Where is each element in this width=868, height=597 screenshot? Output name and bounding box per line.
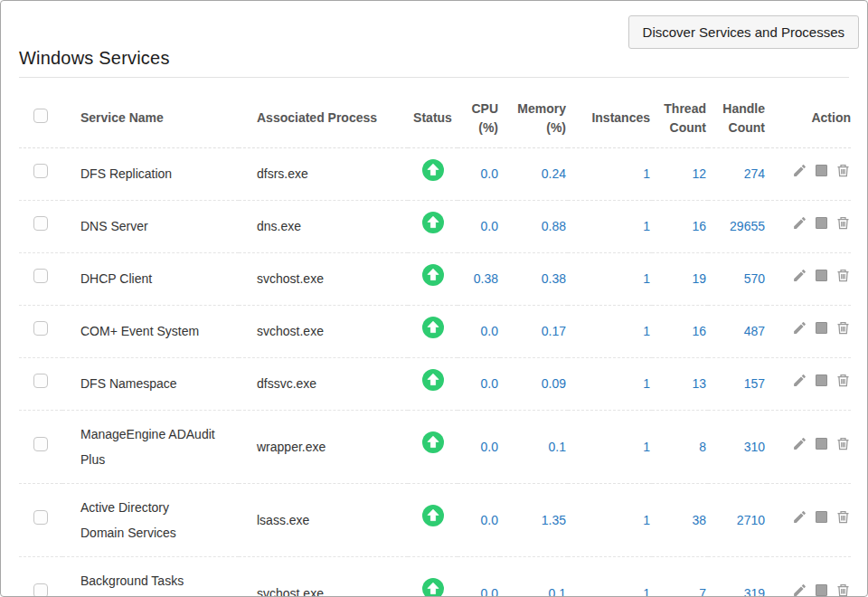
checkbox-cell (19, 200, 62, 252)
memory-value[interactable]: 0.17 (500, 305, 568, 357)
instances-value[interactable]: 1 (568, 357, 652, 410)
cpu-value[interactable]: 0.0 (458, 305, 500, 357)
thread-count-value[interactable]: 12 (652, 147, 708, 200)
status-cell (408, 556, 458, 597)
services-table: Service Name Associated Process Status C… (19, 90, 851, 597)
row-checkbox[interactable] (33, 321, 48, 336)
thread-count-value[interactable]: 19 (652, 252, 708, 305)
row-checkbox[interactable] (33, 510, 48, 525)
edit-pencil-icon[interactable] (792, 583, 807, 597)
status-up-icon (422, 369, 444, 391)
cpu-value[interactable]: 0.0 (458, 357, 500, 410)
delete-trash-icon[interactable] (835, 583, 851, 597)
delete-trash-icon[interactable] (835, 163, 851, 178)
thread-count-value[interactable]: 16 (652, 200, 708, 252)
select-all-checkbox[interactable] (33, 109, 48, 123)
handle-count-value[interactable]: 2710 (708, 483, 767, 556)
memory-value[interactable]: 0.1 (500, 556, 568, 597)
cpu-value[interactable]: 0.0 (458, 410, 500, 483)
table-row: DNS Server dns.exe 0.0 0.88 1 16 29655 (19, 200, 851, 252)
memory-value[interactable]: 0.38 (500, 252, 568, 305)
edit-pencil-icon[interactable] (792, 509, 807, 525)
row-checkbox[interactable] (33, 437, 48, 451)
delete-trash-icon[interactable] (835, 268, 851, 283)
memory-value[interactable]: 0.09 (500, 357, 568, 410)
row-checkbox[interactable] (33, 374, 48, 388)
delete-trash-icon[interactable] (835, 215, 851, 231)
thread-count-value[interactable]: 8 (652, 410, 708, 483)
memory-value[interactable]: 0.88 (500, 200, 568, 252)
stop-square-icon[interactable] (816, 217, 827, 229)
edit-pencil-icon[interactable] (792, 268, 807, 283)
handle-count-value[interactable]: 310 (708, 410, 767, 483)
row-checkbox[interactable] (33, 583, 48, 597)
edit-pencil-icon[interactable] (792, 373, 807, 388)
instances-value[interactable]: 1 (568, 147, 652, 200)
handle-count-value[interactable]: 487 (708, 305, 767, 357)
cpu-value[interactable]: 0.38 (458, 252, 500, 305)
delete-trash-icon[interactable] (835, 509, 851, 525)
status-cell (408, 305, 458, 357)
stop-square-icon[interactable] (816, 584, 827, 596)
stop-square-icon[interactable] (816, 374, 827, 386)
associated-process-cell: svchost.exe (239, 305, 408, 357)
status-up-icon (422, 317, 444, 338)
thread-count-value[interactable]: 13 (652, 357, 708, 410)
status-cell (408, 200, 458, 252)
cpu-value[interactable]: 0.0 (458, 200, 500, 252)
row-checkbox[interactable] (33, 164, 48, 178)
cpu-value[interactable]: 0.0 (458, 556, 500, 597)
checkbox-cell (19, 410, 62, 483)
status-up-icon (422, 264, 444, 286)
stop-square-icon[interactable] (816, 270, 827, 281)
handle-count-value[interactable]: 319 (708, 556, 767, 597)
checkbox-cell (19, 147, 62, 200)
handle-count-value[interactable]: 157 (708, 357, 767, 410)
cpu-value[interactable]: 0.0 (458, 147, 500, 200)
associated-process-cell: svchost.exe (239, 556, 408, 597)
stop-square-icon[interactable] (816, 322, 827, 334)
discover-services-button[interactable]: Discover Services and Processes (628, 15, 859, 49)
instances-value[interactable]: 1 (568, 305, 652, 357)
stop-square-icon[interactable] (816, 511, 827, 523)
edit-pencil-icon[interactable] (792, 163, 807, 178)
memory-value[interactable]: 0.1 (500, 410, 568, 483)
edit-pencil-icon[interactable] (792, 436, 807, 451)
service-name-cell: DHCP Client (62, 252, 239, 305)
delete-trash-icon[interactable] (835, 436, 851, 451)
memory-value[interactable]: 0.24 (500, 147, 568, 200)
memory-value[interactable]: 1.35 (500, 483, 568, 556)
action-cell (767, 483, 851, 556)
instances-value[interactable]: 1 (568, 200, 652, 252)
handle-count-value[interactable]: 29655 (708, 200, 767, 252)
instances-value[interactable]: 1 (568, 410, 652, 483)
edit-pencil-icon[interactable] (792, 215, 807, 231)
column-header-thread-count: Thread Count (652, 90, 708, 147)
column-header-instances: Instances (568, 90, 652, 147)
handle-count-value[interactable]: 570 (708, 252, 767, 305)
delete-trash-icon[interactable] (835, 320, 851, 336)
action-cell (767, 410, 851, 483)
instances-value[interactable]: 1 (568, 252, 652, 305)
stop-square-icon[interactable] (816, 438, 827, 450)
action-cell (767, 305, 851, 357)
handle-count-value[interactable]: 274 (708, 147, 767, 200)
status-up-icon (422, 505, 444, 526)
action-cell (767, 200, 851, 252)
instances-value[interactable]: 1 (568, 483, 652, 556)
table-row: COM+ Event System svchost.exe 0.0 0.17 1… (19, 305, 851, 357)
thread-count-value[interactable]: 38 (652, 483, 708, 556)
checkbox-cell (19, 556, 62, 597)
stop-square-icon[interactable] (816, 165, 827, 176)
edit-pencil-icon[interactable] (792, 320, 807, 336)
row-checkbox[interactable] (33, 216, 48, 231)
thread-count-value[interactable]: 7 (652, 556, 708, 597)
cpu-value[interactable]: 0.0 (458, 483, 500, 556)
status-up-icon (422, 431, 444, 453)
delete-trash-icon[interactable] (835, 373, 851, 388)
table-row: Active Directory Domain Services lsass.e… (19, 483, 851, 556)
thread-count-value[interactable]: 16 (652, 305, 708, 357)
column-header-handle-count: Handle Count (708, 90, 767, 147)
row-checkbox[interactable] (33, 269, 48, 283)
instances-value[interactable]: 1 (568, 556, 652, 597)
